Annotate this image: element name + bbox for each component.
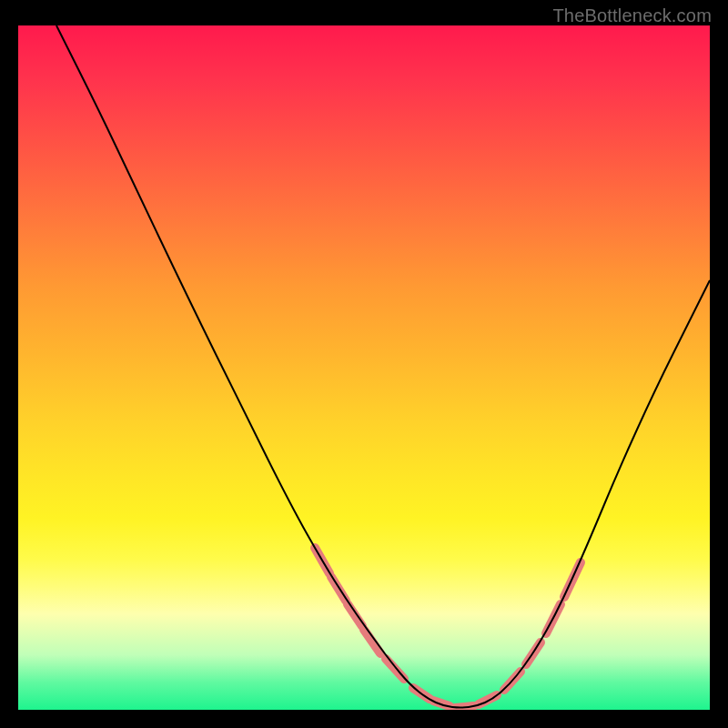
highlight-segment (348, 604, 362, 626)
bottleneck-curve (56, 25, 710, 708)
curve-svg (18, 25, 710, 710)
highlight-group (315, 548, 581, 708)
chart-frame: TheBottleneck.com (0, 0, 728, 728)
watermark-text: TheBottleneck.com (552, 5, 712, 26)
plot-area (18, 25, 710, 710)
highlight-segment (364, 630, 380, 653)
